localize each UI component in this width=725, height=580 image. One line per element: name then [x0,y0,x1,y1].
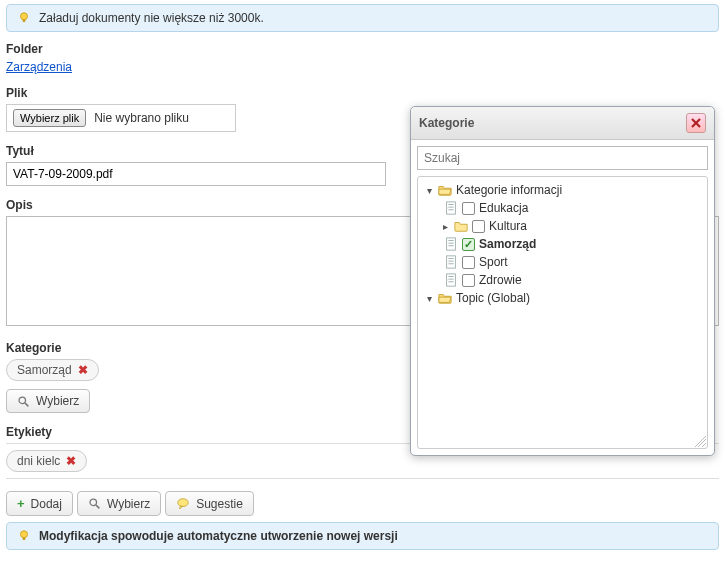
folder-section: Folder Zarządzenia [6,42,719,74]
svg-point-7 [21,531,28,538]
dialog-tree-panel: ▾ Kategorie informacji Edukacja ▸ Kultur… [417,176,708,449]
document-icon [444,273,458,287]
folder-open-icon [438,183,452,197]
tree-node-root[interactable]: ▾ Kategorie informacji [420,181,705,199]
svg-rect-19 [447,256,456,268]
remove-tag-icon[interactable]: ✖ [78,363,88,377]
tree-node-label: Kultura [489,219,527,233]
document-icon [444,255,458,269]
tree-checkbox[interactable] [462,274,475,287]
file-label: Plik [6,86,719,100]
svg-rect-8 [23,537,26,540]
dialog-search-input[interactable] [417,146,708,170]
tree-node-label: Sport [479,255,508,269]
label-tag: dni kielc ✖ [6,450,87,472]
choose-button-label: Wybierz [107,497,150,511]
svg-rect-1 [23,19,26,22]
category-tag-label: Samorząd [17,363,72,377]
tree-node-selected[interactable]: Samorząd [420,235,705,253]
tree-node-label: Topic (Global) [456,291,530,305]
add-button-label: Dodaj [31,497,62,511]
dialog-titlebar[interactable]: Kategorie [411,107,714,140]
close-icon [690,117,702,129]
info-banner-text: Modyfikacja spowoduje automatyczne utwor… [39,529,398,543]
plus-icon: + [17,496,25,511]
tree-node-label: Kategorie informacji [456,183,562,197]
tree-node-label: Edukacja [479,201,528,215]
tree-node-root[interactable]: ▾ Topic (Global) [420,289,705,307]
svg-point-4 [90,499,97,506]
category-tree: ▾ Kategorie informacji Edukacja ▸ Kultur… [420,181,705,307]
folder-icon [454,219,468,233]
tree-node-label: Samorząd [479,237,536,251]
tree-checkbox[interactable] [462,202,475,215]
magnifier-icon [17,395,30,408]
svg-rect-15 [447,238,456,250]
folder-open-icon [438,291,452,305]
svg-rect-11 [447,202,456,214]
label-tag-text: dni kielc [17,454,60,468]
choose-file-button[interactable]: Wybierz plik [13,109,86,127]
file-status-text: Nie wybrano pliku [94,111,189,125]
choose-category-button[interactable]: Wybierz [6,389,90,413]
divider [6,478,719,479]
action-toolbar: + Dodaj Wybierz Sugestie [6,491,719,516]
magnifier-icon [88,497,101,510]
tree-checkbox[interactable] [462,256,475,269]
expand-collapse-icon[interactable]: ▸ [440,221,450,232]
dialog-close-button[interactable] [686,113,706,133]
folder-link[interactable]: Zarządzenia [6,60,72,74]
svg-point-2 [19,397,26,404]
info-banner-top: Załaduj dokumenty nie większe niż 3000k. [6,4,719,32]
expand-collapse-icon[interactable]: ▾ [424,185,434,196]
info-banner-text: Załaduj dokumenty nie większe niż 3000k. [39,11,264,25]
suggest-button[interactable]: Sugestie [165,491,254,516]
choose-button[interactable]: Wybierz [77,491,161,516]
svg-point-6 [178,499,189,507]
resize-handle[interactable] [694,435,706,447]
document-icon [444,201,458,215]
tree-node[interactable]: Sport [420,253,705,271]
tree-node[interactable]: ▸ Kultura [420,217,705,235]
folder-label: Folder [6,42,719,56]
lightbulb-icon [17,11,31,25]
expand-collapse-icon[interactable]: ▾ [424,293,434,304]
choose-category-label: Wybierz [36,394,79,408]
categories-dialog: Kategorie ▾ Kategorie informacji Edukacj… [410,106,715,456]
file-picker: Wybierz plik Nie wybrano pliku [6,104,236,132]
tree-checkbox[interactable] [472,220,485,233]
speech-bubble-icon [176,497,190,510]
info-banner-bottom: Modyfikacja spowoduje automatyczne utwor… [6,522,719,550]
tree-node-label: Zdrowie [479,273,522,287]
suggest-button-label: Sugestie [196,497,243,511]
document-icon [444,237,458,251]
title-input[interactable] [6,162,386,186]
tree-node[interactable]: Zdrowie [420,271,705,289]
tree-checkbox-checked[interactable] [462,238,475,251]
dialog-title-text: Kategorie [419,116,474,130]
svg-point-0 [21,13,28,20]
lightbulb-icon [17,529,31,543]
tree-node[interactable]: Edukacja [420,199,705,217]
category-tag: Samorząd ✖ [6,359,99,381]
svg-line-3 [25,403,28,406]
remove-tag-icon[interactable]: ✖ [66,454,76,468]
add-button[interactable]: + Dodaj [6,491,73,516]
svg-line-5 [96,505,99,508]
svg-rect-23 [447,274,456,286]
